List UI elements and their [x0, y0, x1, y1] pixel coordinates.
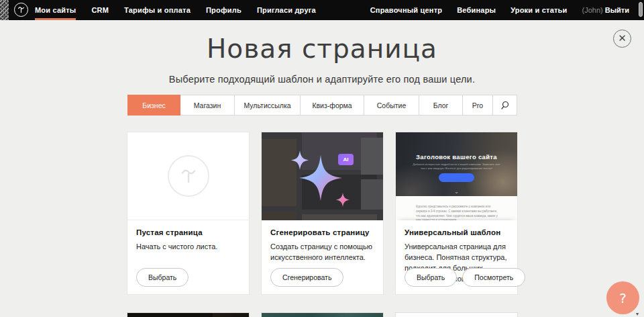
nav-right-group: Справочный центр Вебинары Уроки и статьи… [370, 0, 629, 20]
nav-item-plans-payment[interactable]: Тарифы и оплата [124, 0, 191, 20]
tab-store[interactable]: Магазин [180, 95, 235, 116]
template-body-text: Коротко представьтесь и расскажите о ком… [416, 205, 498, 220]
tab-multilink[interactable]: Мультиссылка [235, 95, 301, 116]
tab-pro[interactable]: Pro [463, 95, 493, 116]
nav-item-profile[interactable]: Профиль [206, 0, 241, 20]
card-title: Пустая страница [136, 228, 240, 236]
search-tab-button[interactable] [493, 95, 517, 116]
view-button[interactable]: Посмотреть [462, 268, 525, 287]
logout-link[interactable]: Выйти [605, 6, 629, 14]
template-body-section: Коротко представьтесь и расскажите о ком… [396, 196, 517, 220]
tilda-logo-icon[interactable] [14, 3, 28, 17]
chevron-down-icon: ⌄ [396, 189, 517, 195]
template-cards-row: Пустая страница Начать с чистого листа. … [127, 132, 517, 294]
card-body: Пустая страница Начать с чистого листа. … [127, 220, 249, 294]
help-button[interactable]: ? [606, 281, 639, 314]
choose-button[interactable]: Выбрать [136, 268, 189, 287]
template-hero-subtitle: Добавьте интересные подробности о вашей … [413, 163, 500, 171]
tab-quiz-form[interactable]: Квиз-форма [301, 95, 364, 116]
ai-sparkle-icon [262, 132, 383, 220]
nav-item-crm[interactable]: CRM [91, 0, 109, 20]
ai-badge: AI [338, 154, 354, 165]
nav-item-lessons-articles[interactable]: Уроки и статьи [511, 0, 567, 20]
card-description: Создать страницу с помощью искусственног… [270, 242, 374, 263]
card-buttons: Выбрать [136, 268, 189, 287]
nav-item-invite-friend[interactable]: Пригласи друга [257, 0, 316, 20]
template-cta-button [439, 173, 474, 182]
page-subtitle: Выберите подходящий шаблон и адаптируйте… [0, 74, 644, 85]
card-buttons: Выбрать Посмотреть [405, 268, 525, 287]
template-card-partial[interactable] [262, 313, 383, 317]
template-card-partial[interactable] [127, 313, 249, 317]
window-scrollbar[interactable] [639, 1, 643, 19]
tilda-glyph [17, 5, 25, 14]
scrollbar-thumb[interactable] [639, 2, 643, 17]
tab-event[interactable]: Событие [364, 95, 419, 116]
card-body: Сгенерировать страницу Создать страницу … [262, 220, 383, 294]
card-blank-page[interactable]: Пустая страница Начать с чистого листа. … [127, 132, 249, 294]
nav-item-help-center[interactable]: Справочный центр [370, 0, 443, 20]
card-universal-template[interactable]: Заголовок вашего сайта Добавьте интересн… [396, 132, 517, 294]
tilda-watermark-icon [168, 155, 209, 197]
template-hero-title: Заголовок вашего сайта [396, 153, 517, 161]
search-icon [500, 101, 510, 110]
template-preview: Заголовок вашего сайта Добавьте интересн… [396, 132, 517, 220]
scrollbar-down-arrow[interactable]: ▾ [636, 311, 639, 317]
next-templates-row [127, 313, 517, 317]
template-card-partial[interactable] [396, 313, 517, 317]
page-title: Новая страница [0, 34, 644, 64]
tab-blog[interactable]: Блог [419, 95, 463, 116]
ai-preview: AI [262, 132, 383, 220]
card-title: Сгенерировать страницу [270, 228, 374, 236]
card-generate-page[interactable]: AI Сгенерировать страницу Создать страни… [262, 132, 383, 294]
desktop-texture-strip [0, 0, 9, 20]
card-title: Универсальный шаблон [405, 228, 508, 236]
user-logout[interactable]: (John) Выйти [582, 6, 630, 14]
template-hero: Заголовок вашего сайта Добавьте интересн… [396, 132, 517, 196]
nav-left-group: Мои сайты CRM Тарифы и оплата Профиль Пр… [35, 0, 316, 20]
generate-button[interactable]: Сгенерировать [270, 268, 343, 287]
nav-item-my-sites[interactable]: Мои сайты [35, 0, 76, 20]
tab-business[interactable]: Бизнес [127, 95, 180, 116]
card-description: Начать с чистого листа. [136, 242, 240, 253]
top-navigation-bar: Мои сайты CRM Тарифы и оплата Профиль Пр… [0, 0, 644, 20]
card-buttons: Сгенерировать [270, 268, 343, 287]
choose-button[interactable]: Выбрать [405, 268, 457, 287]
nav-item-webinars[interactable]: Вебинары [457, 0, 496, 20]
template-category-tabs: Бизнес Магазин Мультиссылка Квиз-форма С… [127, 95, 517, 116]
card-body: Универсальный шаблон Универсальная стран… [396, 220, 517, 294]
user-name: (John) [582, 6, 603, 14]
blank-page-preview [127, 132, 249, 220]
